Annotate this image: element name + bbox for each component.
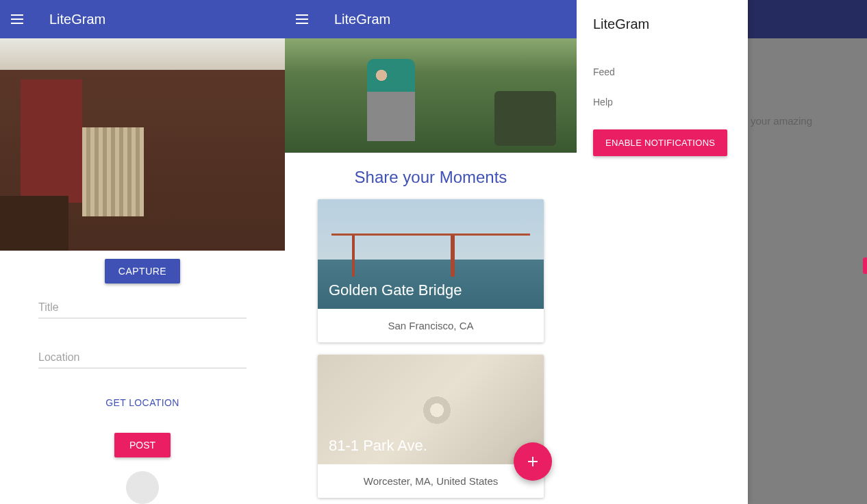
get-location-button[interactable]: GET LOCATION <box>38 397 247 408</box>
drawer-screen: e your amazing LiteGram Feed Help ENABLE… <box>577 0 867 504</box>
tagline: Share your Moments <box>285 153 577 199</box>
location-input[interactable] <box>38 347 247 368</box>
location-field-wrap <box>38 347 247 368</box>
plus-icon <box>525 453 541 470</box>
camera-preview-content <box>96 155 116 196</box>
background-overlay <box>748 38 867 504</box>
nav-drawer: LiteGram Feed Help ENABLE NOTIFICATIONS <box>577 0 748 504</box>
enable-notifications-button[interactable]: ENABLE NOTIFICATIONS <box>593 129 727 156</box>
feed-screen: LiteGram Share your Moments Golden Gate … <box>285 0 577 504</box>
app-title: LiteGram <box>334 12 390 27</box>
hamburger-icon[interactable] <box>296 11 312 27</box>
capture-button[interactable]: CAPTURE <box>105 259 180 284</box>
app-bar: LiteGram <box>285 0 577 38</box>
background-appbar <box>748 0 867 38</box>
post-location: San Francisco, CA <box>318 309 544 342</box>
camera-preview-foreground <box>0 196 68 251</box>
drawer-item-feed[interactable]: Feed <box>593 57 731 87</box>
post-card[interactable]: Golden Gate Bridge San Francisco, CA <box>318 199 544 342</box>
title-input[interactable] <box>38 297 247 318</box>
capture-screen: LiteGram CAPTURE GET LOCATION POST <box>0 0 285 504</box>
app-title: LiteGram <box>49 12 105 27</box>
fab-edge <box>863 257 867 274</box>
post-form: GET LOCATION POST <box>0 297 285 504</box>
post-title: 81-1 Park Ave. <box>329 437 427 455</box>
post-title: Golden Gate Bridge <box>329 281 462 299</box>
app-bar: LiteGram <box>0 0 285 38</box>
post-card[interactable]: 81-1 Park Ave. Worcester, MA, United Sta… <box>318 355 544 498</box>
add-post-fab[interactable] <box>514 442 552 481</box>
drawer-item-help[interactable]: Help <box>593 87 731 117</box>
post-button[interactable]: POST <box>114 433 171 457</box>
drawer-title: LiteGram <box>593 16 731 32</box>
post-image: 81-1 Park Ave. <box>318 355 544 464</box>
avatar-placeholder <box>126 471 159 504</box>
hero-image <box>285 38 577 153</box>
hamburger-icon[interactable] <box>11 11 27 27</box>
title-field-wrap <box>38 297 247 318</box>
background-text-fragment: e your amazing <box>742 115 812 127</box>
post-image: Golden Gate Bridge <box>318 199 544 309</box>
post-location: Worcester, MA, United States <box>318 464 544 498</box>
camera-preview <box>0 38 285 251</box>
